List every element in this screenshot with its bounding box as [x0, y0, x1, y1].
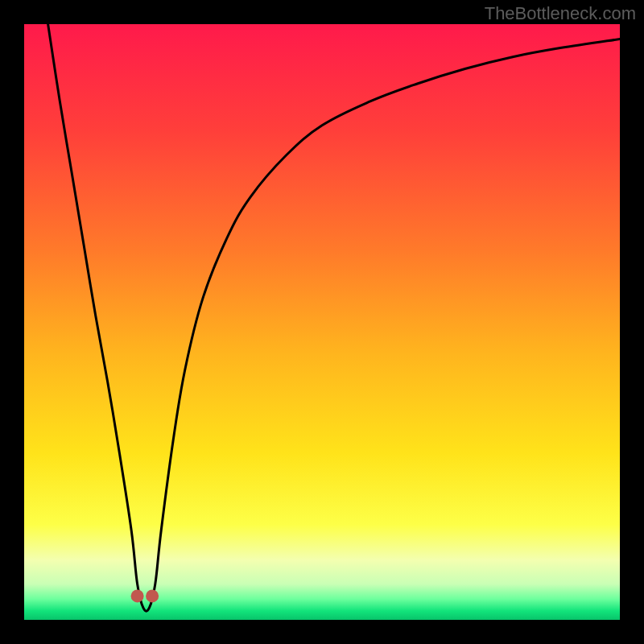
plot-area [24, 24, 620, 620]
marker-min-left [131, 589, 144, 602]
marker-min-right [146, 589, 159, 602]
chart-frame: TheBottleneck.com [0, 0, 644, 644]
chart-svg [24, 24, 620, 620]
gradient-background [24, 24, 620, 620]
watermark-text: TheBottleneck.com [485, 3, 636, 24]
